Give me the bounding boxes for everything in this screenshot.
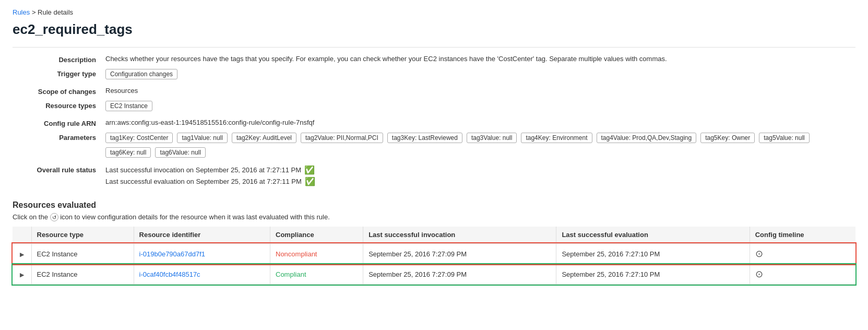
parameter-badge: tag1Value: null (177, 133, 228, 143)
resources-hint: Click on the ↺ icon to view configuratio… (13, 213, 855, 221)
cell-compliance: Compliant (270, 264, 363, 285)
status-check-icon-1: ✅ (304, 165, 315, 175)
parameters-wrap: tag1Key: CostCentertag1Value: nulltag2Ke… (105, 133, 855, 160)
expand-arrow-cell[interactable]: ▶ (13, 264, 31, 285)
cell-last-evaluation: September 25, 2016 7:27:10 PM (556, 264, 750, 285)
config-rule-arn-row: Config rule ARN arn:aws:config:us-east-1… (13, 119, 855, 127)
description-label: Description (13, 55, 96, 64)
compliance-status: Compliant (276, 270, 306, 278)
breadcrumb-current: Rule details (38, 8, 73, 16)
overall-status-row: Overall rule status Last successful invo… (13, 165, 855, 188)
trigger-type-row: Trigger type Configuration changes (13, 69, 855, 81)
resource-identifier-link[interactable]: i-0caf40fcb4f48517c (139, 270, 200, 278)
scope-value: Resources (105, 87, 855, 95)
table-header-row: Resource type Resource identifier Compli… (13, 227, 855, 243)
page-title: ec2_required_tags (13, 21, 855, 38)
scope-label: Scope of changes (13, 87, 96, 96)
parameters-label: Parameters (13, 133, 96, 142)
cell-resource-identifier[interactable]: i-0caf40fcb4f48517c (134, 264, 270, 285)
trigger-type-badge: Configuration changes (105, 69, 177, 79)
resource-type-badge: EC2 Instance (105, 101, 152, 111)
overall-status-value: Last successful invocation on September … (105, 165, 855, 188)
status-line-2: Last successful evaluation on September … (105, 176, 855, 186)
cell-resource-identifier[interactable]: i-019b0e790a67dd7f1 (134, 243, 270, 264)
trigger-type-label: Trigger type (13, 69, 96, 78)
parameter-badge: tag2Key: AuditLevel (232, 133, 296, 143)
table-body: ▶EC2 Instancei-019b0e790a67dd7f1Noncompl… (13, 243, 855, 285)
parameter-badge: tag4Key: Environment (521, 133, 592, 143)
description-row: Description Checks whether your resource… (13, 55, 855, 64)
status-check-icon-2: ✅ (305, 176, 315, 186)
parameters-value: tag1Key: CostCentertag1Value: nulltag2Ke… (105, 133, 855, 160)
cell-config-timeline[interactable]: ⊙ (750, 243, 855, 264)
resource-types-label: Resource types (13, 101, 96, 110)
col-header-resource-type (13, 227, 31, 243)
cell-resource-type: EC2 Instance (31, 243, 134, 264)
trigger-type-value: Configuration changes (105, 69, 855, 81)
cell-last-evaluation: September 25, 2016 7:27:10 PM (556, 243, 750, 264)
cell-compliance: Noncompliant (270, 243, 363, 264)
col-header-config-timeline: Config timeline (750, 227, 855, 243)
parameter-badge: tag3Value: null (467, 133, 517, 143)
scope-row: Scope of changes Resources (13, 87, 855, 96)
cell-resource-type: EC2 Instance (31, 264, 134, 285)
description-value: Checks whether your resources have the t… (105, 55, 855, 63)
resource-types-row: Resource types EC2 Instance (13, 101, 855, 113)
cell-last-invocation: September 25, 2016 7:27:09 PM (363, 243, 556, 264)
table-row: ▶EC2 Instancei-0caf40fcb4f48517cComplian… (13, 264, 855, 285)
config-rule-arn-label: Config rule ARN (13, 119, 96, 127)
config-rule-arn-value: arn:aws:config:us-east-1:194518515516:co… (105, 119, 855, 126)
resources-table: Resource type Resource identifier Compli… (13, 227, 855, 285)
parameter-badge: tag5Value: null (759, 133, 810, 143)
cell-last-invocation: September 25, 2016 7:27:09 PM (363, 264, 556, 285)
config-timeline-icon[interactable]: ⊙ (755, 269, 763, 279)
table-header: Resource type Resource identifier Compli… (13, 227, 855, 243)
overall-status-label: Overall rule status (13, 165, 96, 174)
breadcrumb-separator: > (32, 8, 36, 16)
expand-arrow-cell[interactable]: ▶ (13, 243, 31, 264)
resources-section: Resources evaluated Click on the ↺ icon … (13, 201, 855, 285)
parameter-badge: tag2Value: PII,Normal,PCI (301, 133, 383, 143)
parameter-badge: tag1Key: CostCenter (105, 133, 173, 143)
col-header-last-invocation: Last successful invocation (363, 227, 556, 243)
col-header-last-evaluation: Last successful evaluation (556, 227, 750, 243)
table-row: ▶EC2 Instancei-019b0e790a67dd7f1Noncompl… (13, 243, 855, 264)
cell-config-timeline[interactable]: ⊙ (750, 264, 855, 285)
parameter-badge: tag4Value: Prod,QA,Dev,Staging (597, 133, 697, 143)
compliance-status: Noncompliant (276, 250, 317, 258)
status-line-1: Last successful invocation on September … (105, 165, 855, 175)
resources-title: Resources evaluated (13, 201, 855, 210)
col-header-resource-type-label: Resource type (31, 227, 134, 243)
col-header-resource-identifier: Resource identifier (134, 227, 270, 243)
status-line-2-text: Last successful evaluation on September … (105, 178, 302, 185)
breadcrumb: Rules > Rule details (13, 8, 855, 16)
parameter-badge: tag3Key: LastReviewed (387, 133, 462, 143)
resource-types-value: EC2 Instance (105, 101, 855, 113)
breadcrumb-rules-link[interactable]: Rules (13, 8, 30, 16)
parameter-badge: tag5Key: Owner (700, 133, 755, 143)
parameters-row: Parameters tag1Key: CostCentertag1Value:… (13, 133, 855, 160)
expand-arrow-icon[interactable]: ▶ (20, 251, 24, 257)
details-section: Description Checks whether your resource… (13, 47, 855, 188)
parameter-badge: tag6Value: null (155, 147, 206, 158)
config-timeline-icon[interactable]: ⊙ (755, 249, 763, 259)
parameter-badge: tag6Key: null (105, 147, 151, 158)
config-timeline-hint-icon: ↺ (50, 213, 58, 221)
col-header-compliance: Compliance (270, 227, 363, 243)
resource-identifier-link[interactable]: i-019b0e790a67dd7f1 (139, 250, 206, 258)
expand-arrow-icon[interactable]: ▶ (20, 272, 24, 278)
status-line-1-text: Last successful invocation on September … (105, 166, 301, 174)
